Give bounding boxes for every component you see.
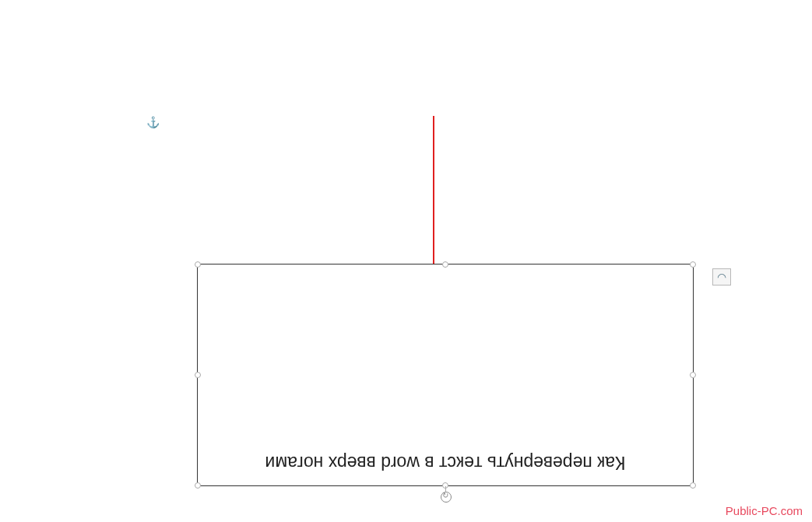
text-box-content[interactable]: Как перевернуть текст в word вверх ногам…	[265, 452, 625, 473]
anchor-icon: ⚓	[146, 116, 160, 128]
resize-handle-top-left[interactable]	[195, 261, 201, 268]
resize-handle-bottom-right[interactable]	[690, 482, 696, 489]
resize-handle-top-right[interactable]	[690, 261, 696, 268]
text-box[interactable]: Как перевернуть текст в word вверх ногам…	[197, 264, 694, 486]
resize-handle-middle-right[interactable]	[690, 372, 696, 378]
rotate-handle[interactable]	[441, 492, 452, 503]
annotation-arrow	[433, 116, 434, 275]
watermark: Public-PC.com	[726, 504, 803, 517]
layout-options-icon: ◠	[717, 271, 726, 283]
layout-options-button[interactable]: ◠	[712, 268, 731, 286]
resize-handle-middle-left[interactable]	[195, 372, 201, 378]
resize-handle-bottom-left[interactable]	[195, 482, 201, 489]
resize-handle-top-middle[interactable]	[442, 261, 448, 268]
